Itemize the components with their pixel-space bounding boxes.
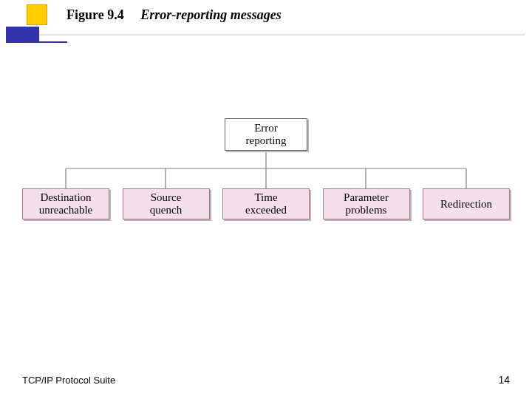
- tree-root-label: Errorreporting: [246, 122, 287, 148]
- tree-child-label: Sourcequench: [150, 191, 182, 216]
- decor-grey-line: [39, 34, 525, 35]
- tree-root: Errorreporting: [225, 118, 307, 151]
- figure-label: Figure 9.4: [66, 7, 124, 22]
- tree-child-source-quench: Sourcequench: [123, 188, 210, 219]
- tree-child-parameter-problems: Parameterproblems: [323, 188, 410, 219]
- decor-blue-line: [39, 41, 67, 43]
- tree-child-time-exceeded: Timeexceeded: [222, 188, 310, 219]
- page-number: 14: [498, 374, 510, 386]
- tree-child-label: Parameterproblems: [344, 191, 389, 216]
- tree-child-label: Destinationunreachable: [39, 191, 92, 216]
- tree-child-label: Redirection: [440, 198, 492, 211]
- decor-blue-bar: [6, 27, 39, 43]
- figure-title: Figure 9.4 Error-reporting messages: [66, 7, 282, 23]
- tree-child-label: Timeexceeded: [245, 191, 287, 216]
- tree-children: Destinationunreachable Sourcequench Time…: [22, 188, 510, 219]
- tree-child-destination-unreachable: Destinationunreachable: [22, 188, 109, 219]
- tree-child-redirection: Redirection: [423, 188, 510, 219]
- footer-source: TCP/IP Protocol Suite: [22, 375, 115, 386]
- tree-diagram: Errorreporting Destinationunreachable So…: [0, 118, 532, 236]
- figure-caption: Error-reporting messages: [140, 7, 282, 22]
- decor-square: [27, 4, 47, 25]
